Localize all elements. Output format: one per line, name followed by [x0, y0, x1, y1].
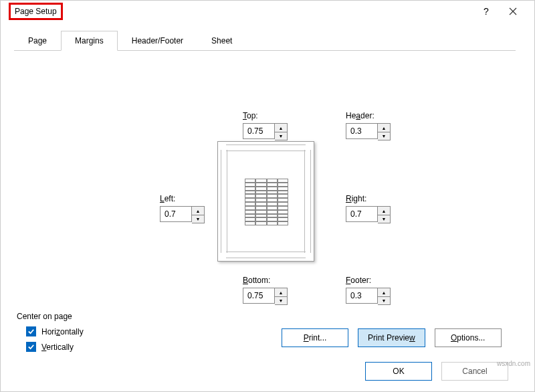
left-spin-up[interactable]: ▲ — [192, 207, 204, 215]
dialog-title: Page Setup — [9, 3, 63, 20]
header-spin-up[interactable]: ▲ — [378, 124, 390, 132]
top-spin-up[interactable]: ▲ — [275, 124, 287, 132]
watermark: wsxdn.com — [497, 360, 530, 367]
header-input[interactable] — [346, 123, 378, 139]
center-on-page-label: Center on page — [17, 312, 84, 321]
close-icon — [509, 7, 517, 15]
button-row-1: Print... Print Preview Options... — [282, 328, 502, 347]
close-button[interactable] — [500, 1, 526, 22]
top-spinner[interactable]: ▲▼ — [243, 123, 288, 140]
vertically-label: Vertically — [41, 342, 74, 352]
right-spin-down[interactable]: ▼ — [378, 215, 390, 223]
right-input[interactable] — [346, 206, 378, 222]
horizontally-row[interactable]: Horizontally — [17, 326, 84, 336]
horizontally-checkbox[interactable] — [26, 326, 36, 336]
titlebar: Page Setup ? — [1, 1, 534, 22]
left-spinner[interactable]: ▲▼ — [160, 206, 205, 223]
footer-spin-up[interactable]: ▲ — [378, 288, 390, 296]
print-button[interactable]: Print... — [282, 328, 348, 347]
check-icon — [27, 328, 35, 335]
right-spin-up[interactable]: ▲ — [378, 207, 390, 215]
left-label: Left: — [160, 194, 175, 203]
vertically-row[interactable]: Vertically — [17, 342, 84, 352]
right-spinner[interactable]: ▲▼ — [346, 206, 391, 223]
check-icon — [27, 343, 35, 351]
bottom-label: Bottom: — [243, 276, 270, 285]
left-spin-down[interactable]: ▼ — [192, 215, 204, 223]
bottom-spin-up[interactable]: ▲ — [275, 288, 287, 296]
tab-page[interactable]: Page — [14, 31, 61, 51]
vertically-checkbox[interactable] — [26, 342, 36, 352]
bottom-spinner[interactable]: ▲▼ — [243, 288, 288, 305]
left-input[interactable] — [160, 206, 192, 222]
top-label: Top: — [243, 111, 258, 120]
options-button[interactable]: Options... — [435, 328, 502, 347]
right-label: Right: — [346, 194, 366, 203]
tab-margins[interactable]: Margins — [61, 31, 118, 51]
page-preview — [217, 141, 314, 262]
footer-spin-down[interactable]: ▼ — [378, 296, 390, 304]
ok-button[interactable]: OK — [365, 362, 432, 381]
header-spin-down[interactable]: ▼ — [378, 132, 390, 140]
top-spin-down[interactable]: ▼ — [275, 132, 287, 140]
page-setup-dialog: Page Setup ? Page Margins Header/Footer … — [0, 0, 535, 392]
help-button[interactable]: ? — [473, 1, 500, 22]
bottom-input[interactable] — [243, 288, 275, 304]
footer-label: Footer: — [346, 276, 371, 285]
bottom-spin-down[interactable]: ▼ — [275, 296, 287, 304]
preview-grid — [245, 179, 288, 225]
header-label: Header: — [346, 111, 374, 120]
tab-sheet[interactable]: Sheet — [197, 31, 246, 51]
button-row-2: OK Cancel — [365, 362, 508, 381]
tab-bar: Page Margins Header/Footer Sheet — [14, 30, 516, 51]
tab-content: Top: ▲▼ Header: ▲▼ Left: ▲▼ Right: ▲▼ Bo… — [1, 51, 534, 365]
header-spinner[interactable]: ▲▼ — [346, 123, 391, 140]
tab-header-footer[interactable]: Header/Footer — [118, 31, 197, 51]
footer-input[interactable] — [346, 288, 378, 304]
footer-spinner[interactable]: ▲▼ — [346, 288, 391, 305]
center-on-page-section: Center on page Horizontally Vertically — [17, 312, 84, 352]
top-input[interactable] — [243, 123, 275, 139]
horizontally-label: Horizontally — [41, 327, 84, 336]
print-preview-button[interactable]: Print Preview — [358, 328, 425, 347]
